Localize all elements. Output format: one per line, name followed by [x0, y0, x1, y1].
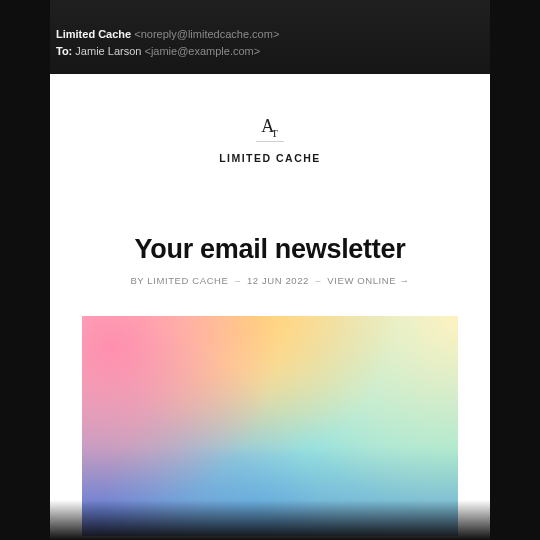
article-headline: Your email newsletter — [135, 234, 406, 265]
to-line: To: Jamie Larson <jamie@example.com> — [56, 43, 484, 60]
email-envelope-header: Limited Cache <noreply@limitedcache.com>… — [50, 0, 490, 74]
from-address: <noreply@limitedcache.com> — [134, 28, 279, 40]
meta-separator-1: – — [235, 275, 241, 286]
meta-separator-2: – — [315, 275, 321, 286]
logo-glyph-sub: T — [271, 127, 279, 139]
publication-name: LIMITED CACHE — [219, 152, 321, 164]
from-name: Limited Cache — [56, 28, 131, 40]
publication-logo: AT LIMITED CACHE — [219, 116, 321, 164]
email-body: AT LIMITED CACHE Your email newsletter B… — [50, 74, 490, 540]
view-online-label: VIEW ONLINE — [327, 275, 396, 286]
hero-image — [82, 316, 458, 536]
from-line: Limited Cache <noreply@limitedcache.com> — [56, 26, 484, 43]
arrow-right-icon: → — [400, 275, 410, 286]
logo-underline — [256, 141, 284, 142]
to-name: Jamie Larson — [75, 45, 141, 57]
logo-mark-icon: AT — [261, 116, 279, 139]
byline-name: LIMITED CACHE — [147, 275, 228, 286]
article-date: 12 JUN 2022 — [247, 275, 309, 286]
article-meta: BY LIMITED CACHE – 12 JUN 2022 – VIEW ON… — [130, 275, 409, 286]
byline-prefix: BY — [130, 275, 144, 286]
to-label: To: — [56, 45, 72, 57]
view-online-link[interactable]: VIEW ONLINE → — [327, 275, 409, 286]
email-preview-frame: Limited Cache <noreply@limitedcache.com>… — [50, 0, 490, 540]
to-address: <jamie@example.com> — [144, 45, 260, 57]
